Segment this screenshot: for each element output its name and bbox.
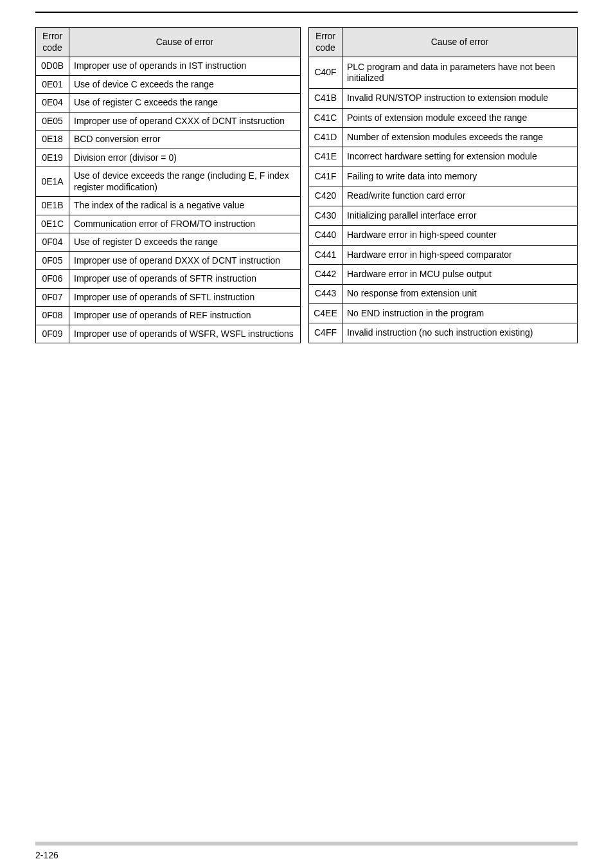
error-code-cell: C441 [309,245,342,264]
error-cause-cell: Use of device exceeds the range (includi… [69,167,301,197]
table-header-row: Error code Cause of error [309,28,578,57]
error-cause-cell: Invalid instruction (no such instruction… [342,323,578,343]
top-rule [35,12,578,13]
error-cause-cell: Improper use of operands in IST instruct… [69,57,301,76]
table-header-row: Error code Cause of error [36,28,301,57]
table-row: C440Hardware error in high-speed counter [309,226,578,245]
error-cause-cell: The index of the radical is a negative v… [69,197,301,215]
error-cause-cell: Read/write function card error [342,186,578,206]
error-cause-cell: Invalid RUN/STOP instruction to extensio… [342,89,578,108]
table-row: C4EENo END instruction in the program [309,303,578,323]
table-row: C420Read/write function card error [309,186,578,206]
error-code-cell: 0E05 [36,112,69,131]
error-code-cell: C430 [309,206,342,225]
error-code-cell: C420 [309,186,342,206]
error-cause-cell: Division error (divisor = 0) [69,149,301,167]
error-cause-cell: Hardware error in high-speed counter [342,226,578,245]
error-cause-cell: Use of device C exceeds the range [69,75,301,94]
error-code-cell: 0E01 [36,75,69,94]
error-code-cell: 0E18 [36,131,69,149]
error-code-cell: C440 [309,226,342,245]
table-row: 0E05Improper use of operand CXXX of DCNT… [36,112,301,131]
table-row: 0F08Improper use of operands of REF inst… [36,307,301,325]
header-error-code: Error code [309,28,342,57]
error-code-cell: C40F [309,57,342,89]
table-row: 0E18BCD conversion error [36,131,301,149]
table-row: 0E1BThe index of the radical is a negati… [36,197,301,215]
error-cause-cell: Improper use of operands of SFTL instruc… [69,288,301,307]
error-code-cell: 0E1A [36,167,69,197]
table-row: 0D0BImproper use of operands in IST inst… [36,57,301,76]
error-cause-cell: No END instruction in the program [342,303,578,323]
table-row: 0F09Improper use of operands of WSFR, WS… [36,325,301,343]
error-code-cell: 0F09 [36,325,69,343]
error-cause-cell: Points of extension module exceed the ra… [342,108,578,127]
table-row: C442Hardware error in MCU pulse output [309,265,578,284]
table-row: C40FPLC program and data in parameters h… [309,57,578,89]
error-code-cell: C41F [309,167,342,186]
error-cause-cell: Improper use of operand DXXX of DCNT ins… [69,251,301,270]
error-code-cell: C442 [309,265,342,284]
error-cause-cell: No response from extension unit [342,284,578,303]
error-cause-cell: Use of register C exceeds the range [69,94,301,113]
table-row: 0E1CCommunication error of FROM/TO instr… [36,215,301,233]
header-cause: Cause of error [342,28,578,57]
error-cause-cell: Communication error of FROM/TO instructi… [69,215,301,233]
error-table-right: Error code Cause of error C40FPLC progra… [308,27,578,343]
table-row: C41CPoints of extension module exceed th… [309,108,578,127]
error-cause-cell: Hardware error in MCU pulse output [342,265,578,284]
error-cause-cell: Improper use of operand CXXX of DCNT ins… [69,112,301,131]
error-cause-cell: Number of extension modules exceeds the … [342,128,578,147]
error-code-cell: C4EE [309,303,342,323]
error-cause-cell: Incorrect hardware setting for extension… [342,147,578,167]
table-row: 0E04Use of register C exceeds the range [36,94,301,113]
table-row: 0F06Improper use of operands of SFTR ins… [36,270,301,289]
table-row: C41FFailing to write data into memory [309,167,578,186]
table-row: C430Initializing parallel interface erro… [309,206,578,225]
error-cause-cell: Initializing parallel interface error [342,206,578,225]
error-code-cell: 0F04 [36,233,69,252]
page-number: 2-126 [35,850,58,860]
error-code-cell: C4FF [309,323,342,343]
table-row: C41EIncorrect hardware setting for exten… [309,147,578,167]
error-cause-cell: Hardware error in high-speed comparator [342,245,578,264]
footer-divider [35,842,578,845]
error-code-cell: 0E04 [36,94,69,113]
error-cause-cell: Improper use of operands of REF instruct… [69,307,301,325]
error-code-cell: 0D0B [36,57,69,76]
table-row: C443No response from extension unit [309,284,578,303]
table-row: C4FFInvalid instruction (no such instruc… [309,323,578,343]
table-row: 0F05Improper use of operand DXXX of DCNT… [36,251,301,270]
header-cause: Cause of error [69,28,301,57]
header-error-code: Error code [36,28,69,57]
table-row: 0F07Improper use of operands of SFTL ins… [36,288,301,307]
error-cause-cell: PLC program and data in parameters have … [342,57,578,89]
table-row: 0E19Division error (divisor = 0) [36,149,301,167]
error-cause-cell: Improper use of operands of WSFR, WSFL i… [69,325,301,343]
table-row: 0F04Use of register D exceeds the range [36,233,301,252]
error-code-cell: C41B [309,89,342,108]
error-code-cell: C41E [309,147,342,167]
error-code-cell: 0F07 [36,288,69,307]
table-row: C41BInvalid RUN/STOP instruction to exte… [309,89,578,108]
error-code-cell: C41D [309,128,342,147]
error-cause-cell: Improper use of operands of SFTR instruc… [69,270,301,289]
table-row: C41DNumber of extension modules exceeds … [309,128,578,147]
error-code-cell: 0E1B [36,197,69,215]
error-table-left: Error code Cause of error 0D0BImproper u… [35,27,301,343]
error-cause-cell: Failing to write data into memory [342,167,578,186]
table-row: 0E01Use of device C exceeds the range [36,75,301,94]
error-code-cell: 0F06 [36,270,69,289]
error-code-cell: 0F05 [36,251,69,270]
content-area: Error code Cause of error 0D0BImproper u… [35,27,578,343]
error-code-cell: 0F08 [36,307,69,325]
error-cause-cell: Use of register D exceeds the range [69,233,301,252]
error-code-cell: 0E19 [36,149,69,167]
error-cause-cell: BCD conversion error [69,131,301,149]
table-row: 0E1AUse of device exceeds the range (inc… [36,167,301,197]
table-row: C441Hardware error in high-speed compara… [309,245,578,264]
error-code-cell: 0E1C [36,215,69,233]
error-code-cell: C41C [309,108,342,127]
error-code-cell: C443 [309,284,342,303]
